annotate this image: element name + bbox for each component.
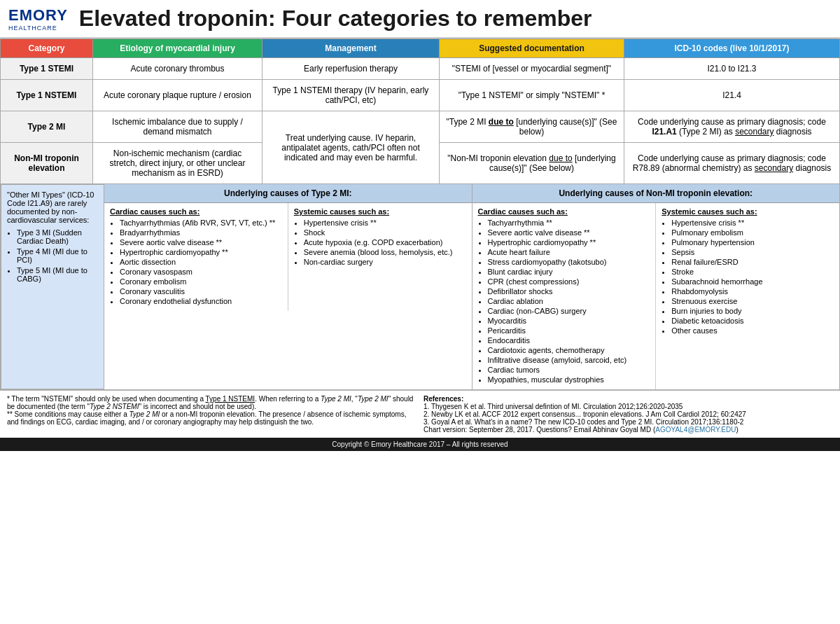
- list-item: Cardiac ablation: [488, 297, 650, 305]
- list-item: Hypertensive crisis **: [304, 219, 466, 227]
- table-row: Type 2 MIIschemic imbalance due to suppl…: [1, 111, 840, 143]
- col-header-category: Category: [1, 39, 93, 58]
- list-item: Pericarditis: [488, 326, 650, 335]
- list-item: Diabetic ketoacidosis: [671, 317, 834, 325]
- list-item: Pulmonary hypertension: [671, 238, 834, 247]
- list-item: Coronary endothelial dysfunction: [120, 297, 282, 305]
- list-item: Sepsis: [671, 248, 834, 256]
- list-item: Myocarditis: [488, 317, 650, 325]
- list-item: Cardiac tumors: [488, 366, 650, 374]
- row-suggested-cell: "Type 2 MI due to [underlying cause(s)]"…: [440, 111, 624, 143]
- list-item: CPR (chest compressions): [488, 277, 650, 286]
- row-etiology-cell: Ischemic imbalance due to supply / deman…: [93, 111, 262, 143]
- row-management-cell: Early reperfusion therapy: [262, 58, 440, 80]
- list-item: Hypertrophic cardiomyopathy **: [120, 248, 282, 256]
- copyright-bar: Copyright © Emory Healthcare 2017 – All …: [0, 438, 840, 451]
- list-item: Acute hypoxia (e.g. COPD exacerbation): [304, 238, 466, 247]
- right-section-header: Underlying causes of Non-MI troponin ele…: [472, 184, 840, 203]
- list-item: Severe anemia (blood loss, hemolysis, et…: [304, 248, 466, 256]
- list-item: Cardiotoxic agents, chemotherapy: [488, 346, 650, 354]
- footnote-right: References:1. Thygesen K et al. Third un…: [424, 395, 833, 434]
- list-item: Infiltrative disease (amyloid, sarcoid, …: [488, 356, 650, 364]
- list-item: Shock: [304, 228, 466, 237]
- bottom-middle-section: Underlying causes of Type 2 MI: Cardiac …: [104, 184, 472, 389]
- list-item: Rhabdomyolysis: [671, 287, 834, 296]
- table-row: Type 1 STEMIAcute coronary thrombusEarly…: [1, 58, 840, 80]
- row-suggested-cell: "Type 1 NSTEMI" or simply "NSTEMI" *: [440, 80, 624, 111]
- emory-logo: EMORY HEALTHCARE: [8, 6, 68, 32]
- list-item: Hypertrophic cardiomyopathy **: [488, 238, 650, 247]
- row-suggested-cell: "Non-MI troponin elevation due to [under…: [440, 143, 624, 184]
- row-suggested-cell: "STEMI of [vessel or myocardial segment]…: [440, 58, 624, 80]
- bottom-section: "Other MI Types" (ICD-10 Code I21.A9) ar…: [0, 184, 840, 390]
- list-item: Non-cardiac surgery: [304, 258, 466, 266]
- col-header-management: Management: [262, 39, 440, 58]
- page-header: EMORY HEALTHCARE Elevated troponin: Four…: [0, 0, 840, 39]
- row-type-cell: Type 1 STEMI: [1, 58, 93, 80]
- logo-subtitle: HEALTHCARE: [8, 25, 68, 32]
- row-type-cell: Type 2 MI: [1, 111, 93, 143]
- list-item: Defibrillator shocks: [488, 287, 650, 296]
- list-item: Coronary embolism: [120, 277, 282, 286]
- list-item: Coronary vasculitis: [120, 287, 282, 296]
- row-icd-cell: I21.0 to I21.3: [624, 58, 840, 80]
- list-item: Other causes: [671, 326, 834, 335]
- right-cardiac-title: Cardiac causes such as:: [478, 207, 650, 216]
- list-item: Bradyarrhythmias: [120, 228, 282, 237]
- bottom-left-box: "Other MI Types" (ICD-10 Code I21.A9) ar…: [1, 184, 104, 389]
- logo-name: EMORY: [8, 6, 68, 25]
- row-type-cell: Type 1 NSTEMI: [1, 80, 93, 111]
- middle-section-header: Underlying causes of Type 2 MI:: [104, 184, 472, 203]
- list-item: Renal failure/ESRD: [671, 258, 834, 266]
- bottom-right-section: Underlying causes of Non-MI troponin ele…: [472, 184, 840, 389]
- col-header-etiology: Etiology of myocardial injury: [93, 39, 262, 58]
- row-etiology-cell: Non-ischemic mechanism (cardiac stretch,…: [93, 143, 262, 184]
- list-item: Endocarditis: [488, 336, 650, 345]
- list-item: Stress cardiomyopathy (takotsubo): [488, 258, 650, 266]
- row-management-cell: Type 1 NSTEMI therapy (IV heparin, early…: [262, 80, 440, 111]
- right-cardiac-col: Cardiac causes such as: Tachyarrhythmia …: [472, 203, 657, 389]
- row-icd-cell: I21.4: [624, 80, 840, 111]
- list-item: Blunt cardiac injury: [488, 268, 650, 276]
- middle-cardiac-col: Cardiac causes such as: Tachyarrhythmias…: [104, 203, 288, 311]
- list-item: Stroke: [671, 268, 834, 276]
- page-title: Elevated troponin: Four categories to re…: [79, 6, 592, 32]
- middle-systemic-col: Systemic causes such as: Hypertensive cr…: [288, 203, 472, 311]
- list-item: Subarachnoid hemorrhage: [671, 277, 834, 286]
- list-item: Coronary vasospasm: [120, 268, 282, 276]
- list-item: Severe aortic valve disease **: [120, 238, 282, 247]
- list-item: Burn injuries to body: [671, 307, 834, 315]
- right-systemic-title: Systemic causes such as:: [662, 207, 834, 216]
- list-item: Tachyarrhythmias (Afib RVR, SVT, VT, etc…: [120, 219, 282, 227]
- row-icd-cell: Code underlying cause as primary diagnos…: [624, 143, 840, 184]
- list-item: Acute heart failure: [488, 248, 650, 256]
- row-etiology-cell: Acute coronary plaque rupture / erosion: [93, 80, 262, 111]
- list-item: Cardiac (non-CABG) surgery: [488, 307, 650, 315]
- middle-cardiac-title: Cardiac causes such as:: [110, 207, 282, 216]
- row-type-cell: Non-MI troponin elevation: [1, 143, 93, 184]
- list-item: Severe aortic valve disease **: [488, 228, 650, 237]
- table-row: Type 1 NSTEMIAcute coronary plaque ruptu…: [1, 80, 840, 111]
- footnote-area: * The term "NSTEMI" should only be used …: [0, 390, 840, 438]
- list-item: Aortic dissection: [120, 258, 282, 266]
- list-item: Hypertensive crisis **: [671, 219, 834, 227]
- list-item: Tachyarrhythmia **: [488, 219, 650, 227]
- main-table: Category Etiology of myocardial injury M…: [0, 39, 840, 184]
- footnote-left: * The term "NSTEMI" should only be used …: [7, 395, 424, 434]
- row-icd-cell: Code underlying cause as primary diagnos…: [624, 111, 840, 143]
- list-item: Myopathies, muscular dystrophies: [488, 375, 650, 384]
- row-management-cell: Treat underlying cause. IV heparin, anti…: [262, 111, 440, 184]
- middle-systemic-title: Systemic causes such as:: [294, 207, 466, 216]
- row-etiology-cell: Acute coronary thrombus: [93, 58, 262, 80]
- col-header-icd: ICD-10 codes (live 10/1/2017): [624, 39, 840, 58]
- table-header-row: Category Etiology of myocardial injury M…: [1, 39, 840, 58]
- col-header-suggested: Suggested documentation: [440, 39, 624, 58]
- list-item: Strenuous exercise: [671, 297, 834, 305]
- right-systemic-col: Systemic causes such as: Hypertensive cr…: [656, 203, 839, 389]
- list-item: Pulmonary embolism: [671, 228, 834, 237]
